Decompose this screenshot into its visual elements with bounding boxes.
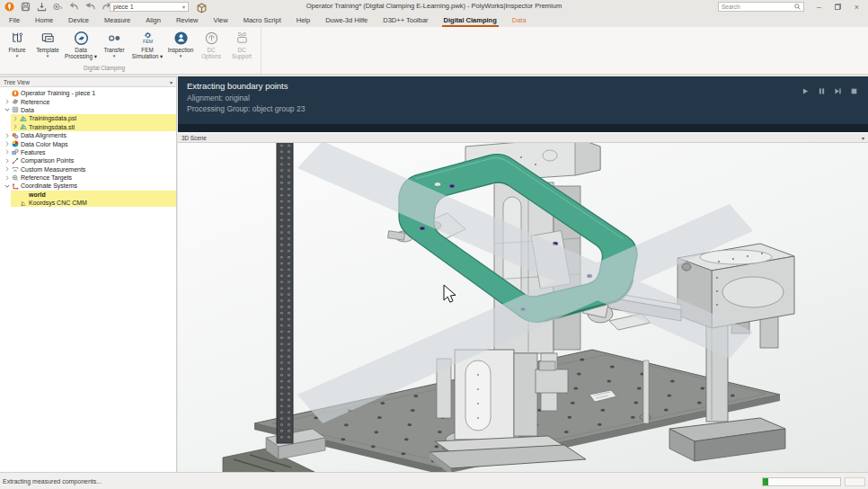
ribbon-button-fem-simulation[interactable]: FEMFEMSimulation ▾: [129, 27, 165, 59]
ribbon-button-label2: Options: [201, 53, 221, 59]
chevron-down-icon[interactable]: [3, 182, 11, 190]
tree-item-label: Trainingsdata.stl: [28, 124, 75, 130]
reference-icon: [11, 98, 20, 106]
polyworks-window: piece 1 ▾ Operator Training* (Digital Cl…: [0, 0, 868, 489]
tree-item-world[interactable]: world: [0, 191, 176, 199]
chevron-down-icon[interactable]: [3, 106, 11, 114]
play-icon[interactable]: [802, 82, 809, 98]
chevron-right-icon[interactable]: [3, 148, 11, 156]
menu-item-view[interactable]: View: [214, 16, 228, 24]
dc-options-icon: [202, 30, 220, 47]
ribbon-button-label: Data: [75, 47, 86, 53]
chevron-right-icon[interactable]: [11, 123, 19, 131]
ribbon-button-label: Inspection: [168, 47, 194, 53]
tree-item-reference-targets[interactable]: Reference Targets: [0, 173, 176, 182]
tree-view-header[interactable]: Tree View ▾: [0, 77, 176, 87]
chevron-down-icon: ▾: [113, 53, 116, 58]
menu-item-review[interactable]: Review: [176, 16, 199, 24]
menu-item-digital-clamping[interactable]: Digital Clamping: [444, 16, 497, 24]
3d-viewport[interactable]: [178, 143, 868, 472]
menu-item-align[interactable]: Align: [146, 16, 161, 24]
stop-icon[interactable]: [851, 82, 857, 98]
minimize-button[interactable]: –: [810, 0, 828, 13]
piece-selector[interactable]: piece 1 ▾: [110, 2, 189, 12]
search-placeholder: Search: [722, 4, 740, 10]
tree-item-trainingsdata-stl[interactable]: Trainingsdata.stl: [0, 123, 176, 131]
tree-item-operator-training-piece-1[interactable]: Operator Training - piece 1: [0, 89, 176, 97]
svg-text:FEM: FEM: [143, 39, 153, 44]
3d-scene-render: [178, 143, 868, 472]
tree-item-comparison-points[interactable]: Comparison Points: [0, 156, 176, 164]
template-icon: [39, 30, 57, 47]
pause-icon[interactable]: [819, 82, 825, 98]
chevron-right-icon[interactable]: [3, 156, 11, 164]
tree-item-label: Coordinate Systems: [20, 182, 77, 189]
menu-item-measure[interactable]: Measure: [104, 16, 130, 24]
menu-item-d3d-toolbar[interactable]: D3D++ Toolbar: [383, 16, 428, 24]
status-message: Extracting measured components...: [3, 478, 102, 485]
skip-icon[interactable]: [835, 82, 841, 98]
ribbon: Fixture▾Template▾DataProcessing ▾Transfe…: [0, 27, 868, 75]
tree-item-label: Koordsys CNC CMM: [28, 200, 87, 206]
menu-item-duwe-3d-hilfe[interactable]: Duwe-3d Hilfe: [325, 16, 368, 24]
transfer-icon: [105, 30, 123, 47]
comparison-icon: [11, 156, 20, 164]
ribbon-button-inspection[interactable]: Inspection▾: [165, 27, 196, 58]
alignments-icon: [11, 131, 20, 139]
tree-item-trainingsdata-psl[interactable]: Trainingsdata.psl: [0, 114, 176, 122]
scene-title-bar[interactable]: 3D Scene ▾: [178, 134, 868, 143]
mesh-icon: [19, 114, 28, 122]
import-icon[interactable]: [36, 1, 48, 13]
quick-access-toolbar: [4, 1, 112, 13]
chevron-right-icon[interactable]: [3, 140, 11, 148]
ribbon-button-label2: Support: [232, 53, 252, 59]
perforated-column: [277, 143, 293, 443]
ribbon-button-fixture[interactable]: Fixture▾: [2, 27, 32, 58]
ribbon-button-label: DC: [207, 47, 215, 53]
scene-title: 3D Scene: [182, 135, 207, 141]
piece-selector-value: piece 1: [113, 4, 134, 10]
menu-item-file[interactable]: File: [9, 16, 20, 24]
ribbon-button-data-processing[interactable]: DataProcessing ▾: [63, 27, 99, 59]
search-input[interactable]: Search: [718, 2, 804, 12]
tree-item-custom-measurements[interactable]: Custom Measurements: [0, 165, 176, 173]
menu-item-help[interactable]: Help: [297, 16, 310, 24]
svg-text:DyD: DyD: [237, 32, 246, 37]
mail-icon[interactable]: [52, 1, 64, 13]
menu-item-home[interactable]: Home: [35, 16, 53, 24]
ribbon-button-transfer[interactable]: Transfer▾: [99, 27, 129, 58]
package-icon[interactable]: [196, 1, 208, 13]
ribbon-button-template[interactable]: Template▾: [32, 27, 63, 58]
inspection-icon: [172, 30, 190, 47]
chevron-right-icon[interactable]: [3, 131, 11, 139]
menu-item-macro-script[interactable]: Macro Script: [244, 16, 281, 24]
undo-icon[interactable]: [68, 1, 80, 13]
tree-item-koordsys-cnc-cmm[interactable]: Koordsys CNC CMM: [0, 199, 176, 207]
tree-item-data-alignments[interactable]: Data Alignments: [0, 131, 176, 139]
undo-double-icon[interactable]: [84, 1, 96, 13]
maximize-button[interactable]: [828, 0, 847, 13]
tree-item-coordinate-systems[interactable]: Coordinate Systems: [0, 182, 176, 190]
ribbon-button-label: DC: [237, 47, 245, 53]
chevron-down-icon: ▾: [16, 53, 19, 58]
tree-item-label: Data: [20, 107, 34, 113]
chevron-down-icon: ▾: [47, 53, 49, 58]
expander-spacer: [11, 191, 19, 199]
close-button[interactable]: ×: [847, 0, 866, 13]
ribbon-button-label2: Simulation ▾: [132, 53, 163, 59]
chevron-right-icon[interactable]: [3, 98, 11, 106]
tree-item-label: Trainingsdata.psl: [28, 115, 76, 121]
chevron-right-icon[interactable]: [11, 114, 19, 122]
search-icon: [794, 4, 801, 10]
tree-item-reference[interactable]: Reference: [0, 97, 176, 105]
menu-bar: FileHomeDeviceMeasureAlignReviewViewMacr…: [0, 13, 868, 27]
tree-item-data-color-maps[interactable]: Data Color Maps: [0, 139, 176, 147]
chevron-right-icon[interactable]: [3, 173, 11, 182]
menu-item-device[interactable]: Device: [68, 16, 89, 24]
save-icon[interactable]: [20, 1, 31, 13]
chevron-right-icon[interactable]: [3, 165, 11, 173]
tree-item-features[interactable]: Features: [0, 148, 176, 156]
mouse-cursor: [444, 285, 456, 302]
tree-item-data[interactable]: Data: [0, 106, 176, 114]
menu-item-data[interactable]: Data: [512, 16, 527, 24]
